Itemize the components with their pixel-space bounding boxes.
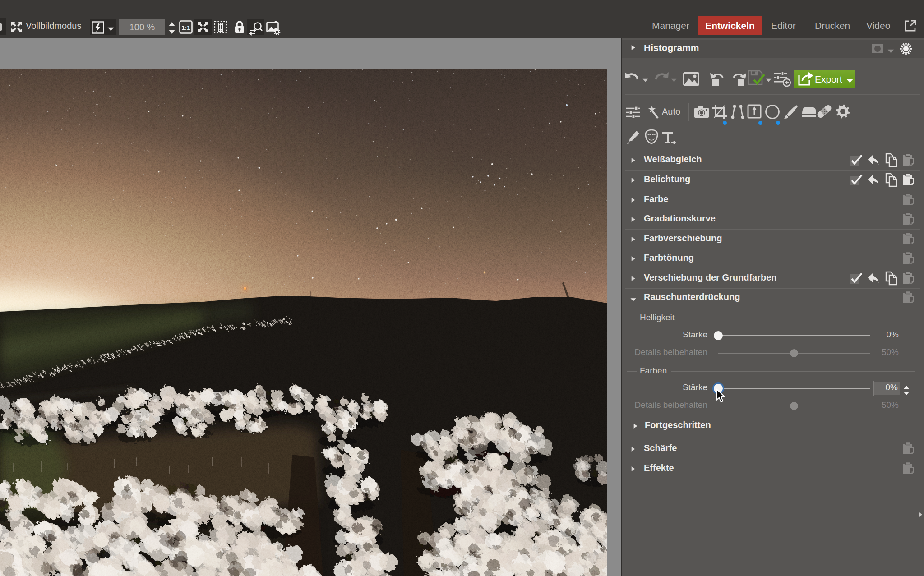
svg-text:1:1: 1:1	[182, 24, 190, 31]
